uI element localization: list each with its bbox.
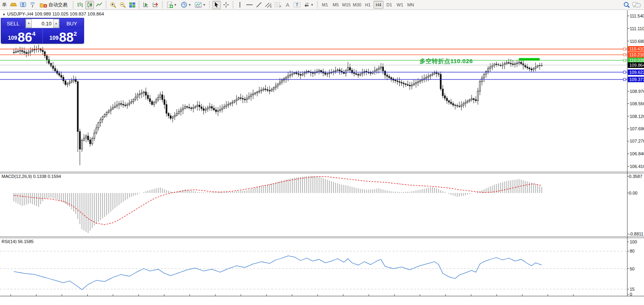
price-tick-label: 106.840 — [630, 151, 644, 156]
hline-handle[interactable] — [623, 48, 626, 50]
timeframe-d1[interactable]: D1 — [384, 1, 394, 9]
timeframe-h1[interactable]: H1 — [363, 1, 373, 9]
rsi-tick-label: 50 — [630, 266, 634, 271]
toolbar-grip — [105, 1, 107, 8]
rsi-tick-label: 100 — [630, 239, 637, 244]
chevron-down-icon: ▼ — [310, 3, 314, 7]
timeframe-m1[interactable]: M1 — [320, 1, 330, 9]
rsi-pane — [0, 251, 627, 290]
channel-e-glyph: E — [270, 5, 272, 8]
price-tag-109.864: 109.864 — [628, 62, 644, 68]
crosshair-icon[interactable] — [222, 1, 230, 9]
toolbar-grip — [138, 1, 140, 8]
cursor-icon[interactable] — [212, 1, 221, 9]
timeframe-w1[interactable]: W1 — [395, 1, 405, 9]
price-tag-110.410: 110.410 — [628, 46, 644, 52]
buy-price[interactable]: 109882 — [43, 29, 84, 43]
candlestick-chart-icon[interactable] — [85, 1, 94, 9]
rsi-tick-label: 15 — [630, 287, 634, 291]
one-click-trading-panel: SELL ▼ ▲ BUY 109864 109882 — [1, 18, 84, 44]
bar-chart-icon[interactable] — [76, 1, 84, 9]
timeframe-m15[interactable]: M15 — [341, 1, 351, 9]
horizontal-line-icon[interactable] — [245, 1, 254, 9]
price-tick-label: 106.410 — [630, 164, 644, 169]
chevron-down-icon: ▼ — [188, 3, 192, 7]
chart-shift-icon[interactable] — [151, 1, 160, 9]
hline-handle[interactable] — [623, 71, 626, 73]
auto-scroll-icon[interactable] — [142, 1, 150, 9]
macd-tick-label: -0.8811 — [629, 232, 644, 236]
chevron-down-icon: ▼ — [203, 3, 206, 7]
text-label-icon[interactable]: T — [293, 1, 301, 9]
volume-decrease-button[interactable]: ▼ — [26, 19, 32, 28]
search-icon[interactable] — [622, 1, 631, 9]
timeframe-mn[interactable]: MN — [406, 1, 416, 9]
collapse-panel-icon[interactable]: ▲ — [2, 12, 6, 16]
vertical-line-icon[interactable] — [236, 1, 244, 9]
indicators-button[interactable]: ▼ — [165, 1, 178, 9]
autotrading-icon — [40, 2, 47, 8]
line-chart-icon[interactable] — [95, 1, 104, 9]
price-tick-label: 111.110 — [630, 26, 644, 31]
hline-handle[interactable] — [623, 78, 626, 81]
price-tick-label: 107.270 — [630, 139, 644, 143]
macd-tick-label: 0.00 — [629, 191, 637, 195]
rsi-line — [14, 256, 542, 290]
chart-canvas — [0, 10, 644, 305]
periods-button[interactable]: ▼ — [179, 1, 193, 9]
symbol-ohlc-text: USDJPY-,H4 109.989 110.025 109.837 109.8… — [7, 12, 104, 16]
autotrading-button[interactable]: 自动交易 — [38, 1, 71, 9]
gold-ingot-icon[interactable] — [9, 1, 18, 9]
arrows-icon[interactable]: ▼ — [302, 1, 315, 9]
chat-icon[interactable] — [632, 1, 641, 9]
timeframe-h4[interactable]: H4 — [374, 1, 383, 9]
price-tag-110.216: 110.216 — [628, 52, 644, 58]
new-order-partial-button[interactable]: 单 — [0, 1, 8, 9]
trendline-icon[interactable] — [255, 1, 263, 9]
price-tag-109.371: 109.371 — [628, 77, 644, 82]
volume-input[interactable] — [32, 19, 53, 28]
price-tag-109.622: 109.622 — [628, 69, 644, 75]
zoom-in-icon[interactable] — [109, 1, 117, 9]
price-tick-label: 108.120 — [630, 114, 644, 119]
buy-button[interactable]: BUY — [60, 18, 84, 29]
timeframe-m5[interactable]: M5 — [331, 1, 341, 9]
toolbar-grip — [316, 1, 319, 8]
fibonacci-icon[interactable]: F — [274, 1, 282, 9]
templates-button[interactable]: ▼ — [194, 1, 207, 9]
tile-windows-icon[interactable] — [128, 1, 136, 9]
hline-handle[interactable] — [623, 59, 626, 62]
macd-indicator-label: MACD(12,26,9) 0.1338 0.1594 — [2, 174, 61, 179]
chevron-down-icon: ▼ — [174, 3, 177, 7]
toolbar-grip — [161, 1, 164, 8]
sell-button[interactable]: SELL — [1, 18, 25, 29]
rsi-tick-label: 0 — [630, 292, 632, 297]
toolbar-grip — [208, 1, 211, 8]
fibo-f-glyph: F — [280, 5, 281, 8]
mt4-window: 单 自动交易 ▼ ▼ ▼ E F A T ▼ M1M — [0, 0, 644, 305]
chart-text-annotation[interactable]: 多空转折点110.026 — [420, 58, 473, 65]
highlight-trend-segment[interactable] — [519, 58, 540, 60]
sell-price[interactable]: 109864 — [1, 29, 42, 43]
chart-area[interactable]: ▲USDJPY-,H4 109.989 110.025 109.837 109.… — [0, 10, 644, 305]
volume-stepper: ▼ ▲ — [25, 19, 59, 28]
rsi-indicator-label: RSI(14) 56.1585 — [2, 239, 34, 244]
toolbar-grip — [232, 1, 234, 8]
price-tick-label: 108.550 — [630, 101, 644, 106]
macd-tick-label: 0.3587 — [629, 174, 642, 179]
price-tick-label: 111.540 — [630, 14, 644, 18]
text-icon[interactable]: A — [283, 1, 292, 9]
autotrading-label: 自动交易 — [47, 2, 69, 8]
zoom-out-icon[interactable] — [118, 1, 127, 9]
toolbar: 单 自动交易 ▼ ▼ ▼ E F A T ▼ M1M — [0, 0, 644, 10]
timeframe-group: M1M5M15M30H1H4D1W1MN — [320, 1, 416, 9]
macd-pane — [14, 176, 542, 233]
symbol-info: ▲USDJPY-,H4 109.989 110.025 109.837 109.… — [2, 12, 104, 16]
price-tick-label: 108.970 — [630, 89, 644, 94]
equidistant-channel-icon[interactable]: E — [264, 1, 273, 9]
timeframe-m30[interactable]: M30 — [352, 1, 362, 9]
signals-icon[interactable] — [28, 1, 37, 9]
community-icon[interactable] — [19, 1, 27, 9]
hline-handle[interactable] — [623, 54, 626, 56]
volume-increase-button[interactable]: ▲ — [53, 19, 59, 28]
